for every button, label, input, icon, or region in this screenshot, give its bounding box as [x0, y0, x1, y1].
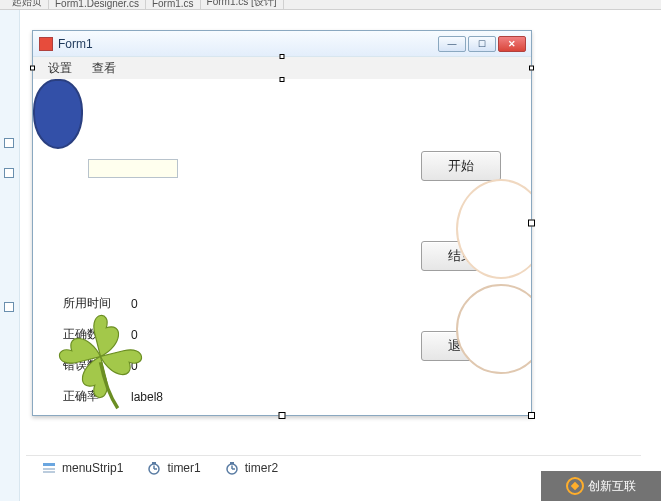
cartoon-penguin [33, 79, 83, 149]
form-body: 开始 结束 退出 所用时间 0 正确数 0 错误数 0 正确率 [33, 79, 531, 415]
svg-rect-6 [152, 462, 156, 464]
tray-timer1[interactable]: timer1 [147, 461, 200, 475]
ide-tab[interactable]: Form1.cs [146, 0, 201, 9]
table-row: 正确数 0 [63, 320, 181, 349]
stats-table: 所用时间 0 正确数 0 错误数 0 正确率 label8 [61, 287, 183, 413]
ide-tab[interactable]: Form1.cs [设计] [201, 0, 284, 9]
menu-item-view[interactable]: 查看 [82, 58, 126, 79]
close-button[interactable]: ✕ [498, 36, 526, 52]
timer-icon [225, 461, 239, 475]
menu-item-settings[interactable]: 设置 [38, 58, 82, 79]
svg-rect-0 [43, 463, 55, 466]
left-gutter [0, 10, 20, 501]
tray-label: timer2 [245, 461, 278, 475]
maximize-icon: ☐ [478, 39, 486, 49]
label-accuracy: 正确率 [63, 382, 129, 411]
watermark-text: 创新互联 [588, 478, 636, 495]
window-buttons: ― ☐ ✕ [438, 36, 526, 52]
minimize-button[interactable]: ― [438, 36, 466, 52]
maximize-button[interactable]: ☐ [468, 36, 496, 52]
label-correct: 正确数 [63, 320, 129, 349]
ide-tab-strip: 起始页 Form1.Designer.cs Form1.cs Form1.cs … [0, 0, 661, 10]
tray-menustrip[interactable]: menuStrip1 [42, 461, 123, 475]
ide-tab[interactable]: 起始页 [6, 0, 49, 9]
value-accuracy: label8 [131, 382, 181, 411]
selection-handle[interactable] [529, 66, 534, 71]
minimize-icon: ― [448, 39, 457, 49]
table-row: 错误数 0 [63, 351, 181, 380]
gutter-marker [4, 138, 14, 148]
resize-handle[interactable] [528, 220, 535, 227]
resize-handle[interactable] [279, 412, 286, 419]
tray-label: menuStrip1 [62, 461, 123, 475]
table-row: 正确率 label8 [63, 382, 181, 411]
ide-tab[interactable]: Form1.Designer.cs [49, 0, 146, 9]
app-icon [39, 37, 53, 51]
gutter-marker [4, 168, 14, 178]
value-time-used: 0 [131, 289, 181, 318]
svg-rect-2 [43, 471, 55, 473]
window-title: Form1 [58, 37, 438, 51]
text-input[interactable] [88, 159, 178, 178]
menustrip-icon [42, 461, 56, 475]
tray-timer2[interactable]: timer2 [225, 461, 278, 475]
value-wrong: 0 [131, 351, 181, 380]
designer-surface: Form1 ― ☐ ✕ 设置 查看 开始 结束 退出 所用时间 [0, 10, 661, 501]
selection-handle[interactable] [280, 54, 285, 59]
tray-label: timer1 [167, 461, 200, 475]
watermark-icon [566, 477, 584, 495]
label-time-used: 所用时间 [63, 289, 129, 318]
resize-handle[interactable] [528, 412, 535, 419]
form-window[interactable]: Form1 ― ☐ ✕ 设置 查看 开始 结束 退出 所用时间 [32, 30, 532, 416]
selection-handle[interactable] [30, 66, 35, 71]
timer-icon [147, 461, 161, 475]
label-wrong: 错误数 [63, 351, 129, 380]
svg-rect-10 [230, 462, 234, 464]
table-row: 所用时间 0 [63, 289, 181, 318]
value-correct: 0 [131, 320, 181, 349]
close-icon: ✕ [508, 39, 516, 49]
watermark: 创新互联 [541, 471, 661, 501]
start-button[interactable]: 开始 [421, 151, 501, 181]
svg-rect-1 [43, 468, 55, 470]
gutter-marker [4, 302, 14, 312]
menu-strip[interactable]: 设置 查看 [33, 57, 531, 79]
